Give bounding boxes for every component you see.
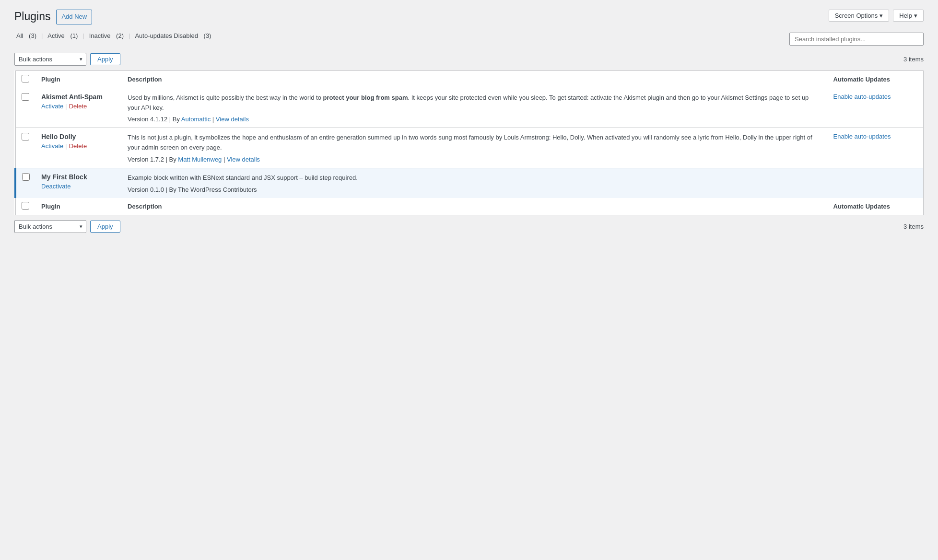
table-footer-row: Plugin Description Automatic Updates: [15, 198, 924, 215]
enable-autoupdates-link-0[interactable]: Enable auto-updates: [833, 93, 891, 100]
enable-autoupdates-link-1[interactable]: Enable auto-updates: [833, 133, 891, 140]
bulk-actions-select-bottom[interactable]: Bulk actions: [14, 220, 86, 233]
plugin-by-0: By: [173, 116, 180, 123]
plugin-meta-2: Version 0.1.0 | By The WordPress Contrib…: [128, 186, 822, 193]
items-count-top: 3 items: [903, 56, 924, 63]
apply-button-bottom[interactable]: Apply: [90, 221, 120, 233]
tablenav-bottom-left: Bulk actions Apply: [14, 220, 120, 233]
help-label: Help: [899, 12, 912, 19]
page-header: Plugins Add New Screen Options ▾ Help ▾: [14, 10, 924, 24]
filter-inactive-link[interactable]: Inactive (2): [87, 32, 126, 39]
select-all-checkbox-top[interactable]: [22, 75, 29, 82]
col-header-plugin: Plugin: [35, 70, 122, 88]
plugin-version-2: Version 0.1.0: [128, 186, 164, 193]
row-checkbox-0[interactable]: [22, 93, 29, 101]
help-chevron-icon: ▾: [914, 12, 917, 19]
plugins-table: Plugin Description Automatic Updates Aki…: [14, 70, 924, 215]
col-header-autoupdates: Automatic Updates: [828, 70, 924, 88]
tablenav-top-left: Bulk actions Apply: [14, 53, 120, 66]
plugin-name-0: Akismet Anti-Spam: [41, 93, 116, 101]
filter-active-link[interactable]: Active (1): [46, 32, 80, 39]
plugin-name-1: Hello Dolly: [41, 133, 116, 140]
screen-options-chevron-icon: ▾: [879, 12, 883, 19]
plugin-author-link-1[interactable]: Matt Mullenweg: [178, 156, 222, 163]
row-checkbox-1[interactable]: [22, 133, 29, 140]
top-right-buttons: Screen Options ▾ Help ▾: [829, 10, 924, 22]
activate-link-0[interactable]: Activate: [41, 103, 63, 110]
bulk-actions-wrapper-top: Bulk actions: [14, 53, 86, 66]
row-checkbox-2[interactable]: [22, 173, 30, 181]
filter-and-search: All (3) | Active (1) | Inactive (2) | Au…: [14, 32, 924, 46]
screen-options-label: Screen Options: [835, 12, 878, 19]
select-all-checkbox-bottom[interactable]: [22, 202, 29, 210]
plugin-name-2: My First Block: [41, 173, 116, 181]
separator-3: |: [129, 32, 130, 39]
col-footer-autoupdates: Automatic Updates: [828, 198, 924, 215]
table-header-row: Plugin Description Automatic Updates: [15, 70, 924, 88]
activate-link-1[interactable]: Activate: [41, 142, 63, 150]
plugin-meta-1: Version 1.7.2 | By Matt Mullenweg | View…: [128, 156, 822, 163]
col-header-description: Description: [122, 70, 828, 88]
delete-link-1[interactable]: Delete: [69, 142, 87, 150]
deactivate-link-2[interactable]: Deactivate: [41, 183, 70, 190]
plugin-desc-0: Used by millions, Akismet is quite possi…: [128, 93, 822, 113]
title-area: Plugins Add New: [14, 10, 92, 24]
apply-button-top[interactable]: Apply: [90, 53, 120, 65]
separator-1: |: [41, 32, 43, 39]
delete-link-0[interactable]: Delete: [69, 103, 87, 110]
plugin-desc-2: Example block written with ESNext standa…: [128, 173, 822, 183]
filter-links: All (3) | Active (1) | Inactive (2) | Au…: [14, 32, 213, 39]
plugin-view-details-1[interactable]: View details: [227, 156, 260, 163]
tablenav-top: Bulk actions Apply 3 items: [14, 53, 924, 66]
search-input[interactable]: [789, 33, 924, 46]
filter-autoupdates-link[interactable]: Auto-updates Disabled (3): [133, 32, 213, 39]
plugin-meta-0: Version 4.1.12 | By Automattic | View de…: [128, 116, 822, 123]
bulk-actions-wrapper-bottom: Bulk actions: [14, 220, 86, 233]
page-title: Plugins: [14, 10, 50, 24]
plugin-author-2: The WordPress Contributors: [178, 186, 257, 193]
plugin-view-details-0[interactable]: View details: [216, 116, 249, 123]
plugin-author-link-0[interactable]: Automattic: [181, 116, 211, 123]
help-button[interactable]: Help ▾: [893, 10, 924, 22]
items-count-bottom: 3 items: [903, 223, 924, 230]
screen-options-button[interactable]: Screen Options ▾: [829, 10, 890, 22]
tablenav-bottom: Bulk actions Apply 3 items: [14, 220, 924, 233]
table-row: Hello Dolly Activate | Delete This is no…: [15, 128, 924, 168]
action-sep-1: |: [65, 142, 67, 150]
separator-2: |: [82, 32, 84, 39]
filter-all-link[interactable]: All (3): [14, 32, 38, 39]
search-area: [789, 33, 924, 46]
col-header-checkbox: [15, 70, 35, 88]
col-footer-plugin: Plugin: [35, 198, 122, 215]
add-new-button[interactable]: Add New: [56, 10, 92, 24]
plugin-desc-1: This is not just a plugin, it symbolizes…: [128, 133, 822, 153]
plugin-version-1: Version 1.7.2: [128, 156, 164, 163]
plugin-by-2: By: [169, 186, 176, 193]
bulk-actions-select-top[interactable]: Bulk actions: [14, 53, 86, 66]
plugin-by-1: By: [169, 156, 176, 163]
action-sep-0: |: [65, 103, 67, 110]
col-footer-description: Description: [122, 198, 828, 215]
plugin-version-0: Version 4.1.12: [128, 116, 167, 123]
table-row: My First Block Deactivate Example block …: [15, 168, 924, 198]
col-footer-checkbox: [15, 198, 35, 215]
table-row: Akismet Anti-Spam Activate | Delete Used…: [15, 88, 924, 128]
